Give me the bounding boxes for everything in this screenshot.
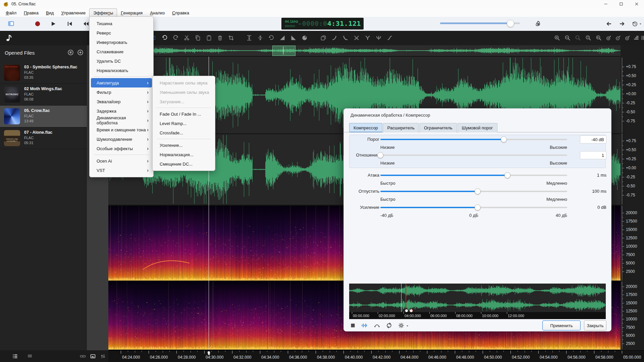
- loop-icon[interactable]: [386, 322, 392, 328]
- volume-slider[interactable]: [440, 22, 520, 24]
- copy-icon[interactable]: [195, 35, 201, 41]
- amplitude-submenu-item-10[interactable]: Смещение DC...: [154, 159, 214, 169]
- amplitude-submenu-item-9[interactable]: Нормализация...: [154, 150, 214, 159]
- vzoomout-icon[interactable]: [615, 35, 621, 41]
- effects-menu-item-17[interactable]: VST›: [91, 166, 152, 175]
- overview-strip[interactable]: [108, 45, 621, 56]
- effects-menu-item-7[interactable]: Амплитуда›: [91, 78, 152, 87]
- amplitude-submenu-item-4[interactable]: Fade Out / Fade In ...: [154, 109, 214, 119]
- menubar-item-3[interactable]: Управление: [57, 8, 89, 17]
- close-button[interactable]: [629, 0, 644, 8]
- zoomback-icon[interactable]: [596, 35, 602, 41]
- vzoomin-icon[interactable]: [606, 35, 612, 41]
- splitv-icon[interactable]: [257, 35, 263, 41]
- gear-dropdown-icon[interactable]: [406, 324, 409, 328]
- play-button[interactable]: [50, 21, 56, 27]
- record-button[interactable]: [35, 21, 41, 27]
- slider-track-3[interactable]: [380, 191, 567, 192]
- slider-track-2[interactable]: [380, 175, 567, 176]
- menubar-item-4[interactable]: Эффекты: [89, 8, 117, 17]
- menubar-item-6[interactable]: Анализ: [146, 8, 168, 17]
- history-dropdown-icon[interactable]: [639, 22, 642, 26]
- curvey-icon[interactable]: [365, 35, 371, 41]
- prevwave-icon[interactable]: [361, 322, 367, 328]
- amplitude-submenu-item-2[interactable]: Затухание...: [154, 97, 214, 106]
- effects-menu-item-1[interactable]: Реверс: [91, 28, 152, 38]
- minimize-button[interactable]: [598, 0, 613, 8]
- zoomin-icon[interactable]: [554, 35, 560, 41]
- zoomone-icon[interactable]: [585, 35, 591, 41]
- effects-menu-item-14[interactable]: Особые эффекты›: [91, 144, 152, 153]
- amplitude-submenu-item-6[interactable]: Crossfade...: [154, 128, 214, 137]
- dialog-tab-0[interactable]: Компрессор: [349, 123, 382, 132]
- overview-selection[interactable]: [272, 46, 296, 56]
- menubar-item-2[interactable]: Вид: [42, 8, 58, 17]
- menubar-item-0[interactable]: Файл: [2, 8, 20, 17]
- fadeout-icon[interactable]: [290, 35, 297, 41]
- zoomplain-icon[interactable]: [575, 35, 581, 41]
- preview-ruler[interactable]: 00:00.00002:00.00004:00.00006:00.00008:0…: [349, 312, 606, 319]
- vzoomreset-icon[interactable]: [625, 35, 631, 41]
- nav-back-button[interactable]: [606, 21, 612, 27]
- undo-icon[interactable]: [162, 35, 168, 41]
- layers-icon[interactable]: [320, 35, 326, 41]
- crop-icon[interactable]: [228, 35, 234, 41]
- effects-menu-item-13[interactable]: Шумоподавление›: [91, 134, 152, 144]
- slider-track-0[interactable]: [380, 139, 567, 140]
- effects-menu-item-16[interactable]: Ocen Ai›: [91, 156, 152, 166]
- dialog-tab-3[interactable]: Шумовой порог: [458, 123, 497, 132]
- fitv-icon[interactable]: [246, 35, 252, 41]
- menubar-item-5[interactable]: Генерация: [117, 8, 146, 17]
- maximize-button[interactable]: [614, 0, 629, 8]
- slider-thumb-4[interactable]: [475, 204, 481, 210]
- file-list-item-1[interactable]: NUTRONIC02 Moth Wings.flacFLAC06:08: [0, 84, 87, 106]
- effects-menu-item-4[interactable]: Удалить DC: [91, 56, 152, 66]
- panel-toggle-icon[interactable]: [8, 21, 14, 27]
- curvex-icon[interactable]: [354, 35, 360, 41]
- updown-icon[interactable]: [100, 353, 106, 359]
- knob-icon[interactable]: [302, 35, 308, 41]
- skip-to-start-button[interactable]: [67, 21, 73, 27]
- slider-thumb-0[interactable]: [501, 136, 507, 142]
- dialog-preview-waveform[interactable]: [349, 284, 606, 312]
- effects-menu-item-11[interactable]: Динамическая обработка›: [91, 116, 152, 125]
- volume-slider-thumb[interactable]: [507, 20, 514, 27]
- effects-menu-item-8[interactable]: Фильтр›: [91, 87, 152, 97]
- slider-track-4[interactable]: [380, 207, 567, 208]
- redo-icon[interactable]: [173, 35, 179, 41]
- slider-value-0[interactable]: -40 dB: [580, 135, 606, 143]
- slider-thumb-3[interactable]: [475, 188, 481, 194]
- vbars-icon[interactable]: [641, 35, 644, 41]
- slider-thumb-1[interactable]: [377, 152, 383, 158]
- zoomout-icon[interactable]: [565, 35, 571, 41]
- curvesig-icon[interactable]: [387, 35, 393, 41]
- amplitude-submenu-item-5[interactable]: Level Ramp...: [154, 119, 214, 128]
- rotl-icon[interactable]: [268, 35, 274, 41]
- effects-menu-item-5[interactable]: Нормализовать: [91, 66, 152, 75]
- gear-icon[interactable]: [398, 322, 404, 328]
- dialog-tab-1[interactable]: Расширитель: [383, 123, 419, 132]
- stop-icon[interactable]: [350, 322, 356, 328]
- bypass-icon[interactable]: [374, 322, 380, 328]
- file-list-item-0[interactable]: Alien Artifacts03 - Symbolic Spheres.fla…: [0, 62, 87, 84]
- file-list-menu-icon[interactable]: [67, 49, 74, 56]
- amplitude-submenu-item-1[interactable]: Уменьшение силы звука: [154, 87, 214, 97]
- speaker-icon[interactable]: [535, 20, 541, 27]
- cut-icon[interactable]: [184, 35, 190, 41]
- list-icon[interactable]: [12, 353, 18, 359]
- curvel-icon[interactable]: [342, 35, 348, 41]
- dialog-tab-2[interactable]: Ограничитель: [420, 123, 457, 132]
- menubar-item-1[interactable]: Правка: [20, 8, 42, 17]
- image-icon[interactable]: [90, 353, 96, 359]
- effects-menu-item-2[interactable]: Инвертировать: [91, 38, 152, 47]
- rewind-button[interactable]: [83, 21, 89, 27]
- dialog-close-button[interactable]: Закрыть: [584, 320, 606, 330]
- menubar-item-7[interactable]: Справка: [168, 8, 193, 17]
- paste-icon[interactable]: [206, 35, 212, 41]
- effects-menu-item-0[interactable]: Тишина: [91, 19, 152, 28]
- curvej-icon[interactable]: [331, 35, 337, 41]
- amplitude-submenu-item-0[interactable]: Нарастание силы звука: [154, 78, 214, 87]
- curvepsi-icon[interactable]: [376, 35, 382, 41]
- add-file-icon[interactable]: [77, 49, 84, 56]
- effects-menu-item-9[interactable]: Эквалайзер›: [91, 97, 152, 106]
